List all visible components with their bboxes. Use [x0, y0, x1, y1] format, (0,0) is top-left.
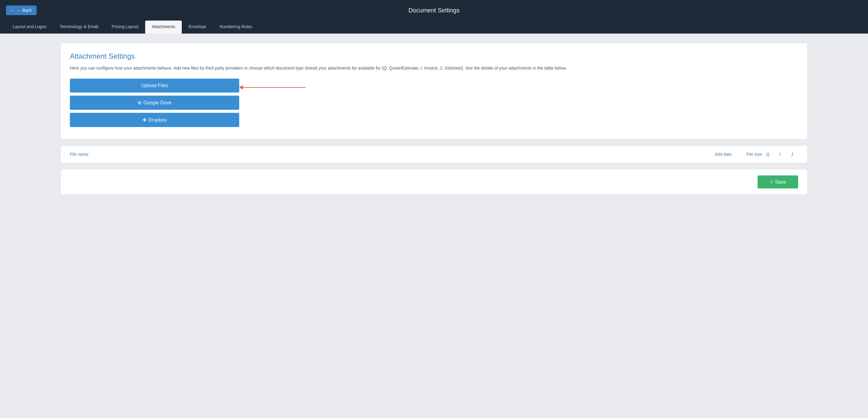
attachment-settings-description: Here you can configure how your attachme…: [70, 65, 798, 71]
tab-attachments[interactable]: Attachments: [145, 21, 182, 34]
tab-terminology-email[interactable]: Terminology & Email: [53, 21, 105, 34]
table-header-row: File name Add date File size Q I J: [70, 152, 798, 157]
tab-numbering-rules[interactable]: Numbering Rules: [213, 21, 259, 34]
buttons-wrapper: Upload Files ⊕Google Drive ❖Dropbox: [70, 79, 239, 130]
attachments-table-card: File name Add date File size Q I J: [61, 146, 807, 163]
dropbox-button[interactable]: ❖Dropbox: [70, 113, 239, 127]
back-arrow-icon: ←: [11, 8, 15, 13]
table-col-i: I: [774, 152, 786, 157]
table-col-adddate: Add date: [695, 152, 732, 157]
table-col-filesize: File size: [732, 152, 762, 157]
arrow-head: [239, 85, 243, 90]
tab-envelope[interactable]: Envelope: [182, 21, 213, 34]
google-drive-icon: ⊕: [137, 100, 142, 105]
table-col-j: J: [786, 152, 798, 157]
main-content: Attachment Settings Here you can configu…: [0, 34, 868, 415]
page-title: Document Settings: [409, 7, 460, 14]
back-button[interactable]: ← ← Back: [6, 5, 37, 15]
attachment-settings-title: Attachment Settings: [70, 52, 798, 60]
attachment-settings-card: Attachment Settings Here you can configu…: [61, 43, 807, 140]
dropbox-icon: ❖: [143, 117, 147, 122]
upload-buttons-container: Upload Files ⊕Google Drive ❖Dropbox: [70, 79, 239, 127]
arrow-line: [243, 87, 306, 88]
header: ← ← Back Document Settings: [0, 0, 868, 21]
google-drive-button[interactable]: ⊕Google Drive: [70, 96, 239, 110]
table-col-filename: File name: [70, 152, 695, 157]
arrow-annotation: [239, 83, 306, 92]
footer-card: ✓ Save: [61, 169, 807, 195]
nav-tabs: Layout and Logos Terminology & Email Pri…: [0, 21, 868, 34]
tab-layout-logos[interactable]: Layout and Logos: [6, 21, 53, 34]
tab-pricing-layout[interactable]: Pricing Layout: [105, 21, 145, 34]
upload-files-button[interactable]: Upload Files: [70, 79, 239, 93]
save-button[interactable]: ✓ Save: [757, 175, 798, 188]
back-label: ← Back: [17, 8, 32, 13]
table-col-q: Q: [762, 152, 774, 157]
